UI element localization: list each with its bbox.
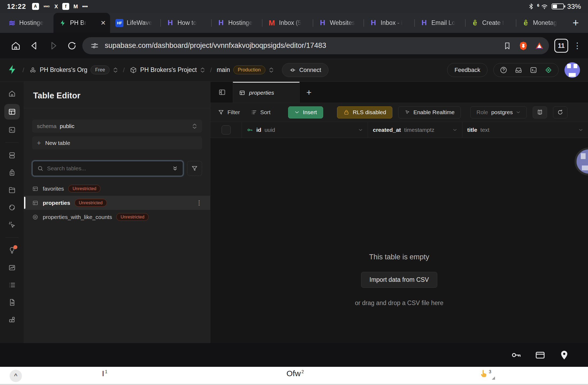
autofill-toolbar (0, 343, 588, 367)
nav-realtime-icon[interactable] (6, 219, 18, 231)
new-table-button[interactable]: + New table (32, 136, 202, 149)
breadcrumb-branch[interactable]: main Production (217, 66, 274, 74)
nav-home-icon[interactable] (6, 88, 18, 99)
reload-button[interactable] (64, 37, 80, 54)
grid-column-headers: id uuid created_at timestamptz title tex… (210, 122, 588, 138)
home-button[interactable] (7, 37, 24, 54)
tune-icon[interactable] (89, 40, 100, 52)
filter-button[interactable]: Filter (218, 109, 240, 116)
payment-card-icon[interactable] (535, 349, 546, 361)
new-tab-button[interactable]: + (567, 13, 584, 33)
nav-sql-editor-icon[interactable] (6, 124, 18, 136)
browser-tab-email-log[interactable]: H Email Lo (415, 13, 466, 33)
collapse-sidebar-icon[interactable] (216, 86, 228, 98)
wifi-network-label: 6 (537, 3, 539, 7)
browser-tab-active-supabase[interactable]: PH Br ✕ (53, 13, 110, 33)
location-pin-icon[interactable] (559, 349, 570, 361)
definition-button[interactable] (533, 106, 547, 118)
column-header-created-at[interactable]: created_at timestamptz (368, 122, 462, 138)
book-icon (536, 109, 543, 116)
double-chevron-down-icon[interactable] (172, 165, 179, 172)
nav-storage-icon[interactable] (6, 184, 18, 196)
browser-tab-create[interactable]: ê Create t (466, 13, 516, 33)
browser-tab-hostinger2[interactable]: H Hostinge (212, 13, 262, 33)
column-header-title[interactable]: title text (462, 122, 588, 138)
chevron-updown-icon[interactable] (113, 67, 118, 73)
suggestion-3[interactable]: 3 (479, 369, 491, 378)
ai-assistant-icon[interactable] (544, 66, 552, 74)
chevron-updown-icon[interactable] (200, 67, 205, 73)
schema-select[interactable]: schema public (32, 120, 202, 133)
nav-authentication-icon[interactable] (6, 167, 18, 179)
clock: 12:22 (7, 2, 26, 11)
filter-tables-button[interactable] (187, 161, 202, 176)
nav-database-icon[interactable] (6, 149, 18, 161)
breadcrumb-separator: / (22, 66, 24, 74)
row-menu-icon[interactable]: ⋮ (196, 199, 202, 206)
tab-properties[interactable]: properties (233, 82, 300, 103)
nav-advisors-icon[interactable] (6, 244, 18, 256)
chevron-down-icon[interactable] (578, 128, 583, 132)
nav-reports-icon[interactable] (6, 262, 18, 274)
tab-count-button[interactable]: 11 (554, 39, 568, 53)
pointing-up-emoji (479, 369, 488, 378)
select-all-checkbox[interactable] (222, 125, 231, 134)
browser-tab-lifewave[interactable]: HF LifeWave (110, 13, 161, 33)
browser-menu-icon[interactable]: ⋮ (572, 41, 583, 50)
browser-address-bar: supabase.com/dashboard/project/vvnnfxakv… (0, 33, 588, 58)
chevron-updown-icon[interactable] (269, 67, 273, 73)
refresh-button[interactable] (553, 106, 567, 118)
search-tables-input[interactable] (47, 165, 168, 172)
help-icon[interactable] (500, 66, 508, 74)
import-csv-button[interactable]: Import data from CSV (361, 272, 437, 288)
browser-tab-gmail-inbox[interactable]: M Inbox (5 (262, 13, 313, 33)
forward-button[interactable] (45, 37, 61, 54)
brave-shields-icon[interactable] (517, 40, 529, 52)
monetag-favicon: ê (522, 19, 530, 27)
inbox-icon[interactable] (514, 66, 523, 74)
connect-button[interactable]: Connect (282, 63, 328, 77)
rls-disabled-button[interactable]: RLS disabled (337, 106, 392, 118)
breadcrumb-separator: / (123, 66, 125, 74)
table-row-properties-with-like-counts[interactable]: properties_with_like_counts Unrestricted (24, 210, 210, 224)
nav-logs-icon[interactable] (6, 279, 18, 291)
close-tab-icon[interactable]: ✕ (100, 19, 106, 27)
role-select[interactable]: Role postgres (470, 106, 527, 118)
nav-edge-functions-icon[interactable] (6, 202, 18, 213)
new-editor-tab-button[interactable]: + (300, 82, 318, 103)
enable-realtime-button[interactable]: Enable Realtime (398, 106, 461, 118)
suggestion-1[interactable]: I1 (102, 369, 107, 378)
browser-tab-howto[interactable]: H How to (161, 13, 212, 33)
table-editor-panel: Table Editor schema public + New table (24, 82, 210, 343)
table-row-properties[interactable]: properties Unrestricted ⋮ (24, 196, 210, 210)
insert-button[interactable]: Insert (288, 106, 323, 118)
chevron-down-icon[interactable] (358, 128, 363, 132)
suggestion-2[interactable]: Ofw2 (287, 369, 304, 378)
chevron-down-icon[interactable] (452, 128, 457, 132)
bookmark-icon[interactable] (501, 40, 513, 52)
back-button[interactable] (26, 37, 43, 54)
keyboard-collapse-button[interactable]: ^ (10, 370, 22, 382)
browser-tab-hostinger[interactable]: ≋ Hostinge (3, 13, 53, 33)
brave-rewards-icon[interactable] (533, 40, 545, 52)
notification-icons: A MWD X f M ••• (32, 3, 88, 10)
browser-tab-monetag[interactable]: ê Monetag (516, 13, 567, 33)
terminal-icon[interactable] (529, 66, 537, 74)
breadcrumb-org[interactable]: PH Brokers's Org Free (29, 66, 118, 74)
breadcrumb-project[interactable]: PH Brokers's Project (130, 66, 205, 74)
column-header-id[interactable]: id uuid (242, 122, 368, 138)
url-field[interactable]: supabase.com/dashboard/project/vvnnfxakv… (82, 37, 549, 54)
browser-tab-websites[interactable]: H Websites (313, 13, 364, 33)
sort-button[interactable]: Sort (251, 109, 271, 116)
table-row-favorites[interactable]: favorites Unrestricted (24, 182, 210, 196)
feedback-button[interactable]: Feedback (447, 63, 488, 77)
supabase-logo[interactable] (7, 64, 18, 76)
hostinger-favicon: H (420, 19, 428, 27)
avatar[interactable] (564, 62, 580, 78)
nav-integrations-icon[interactable] (6, 314, 18, 326)
environment-badge: Production (233, 66, 265, 74)
nav-table-editor-icon[interactable] (4, 104, 20, 120)
browser-tab-inbox[interactable]: H Inbox - i (364, 13, 415, 33)
nav-api-docs-icon[interactable] (6, 297, 18, 308)
passwords-key-icon[interactable] (510, 349, 522, 361)
